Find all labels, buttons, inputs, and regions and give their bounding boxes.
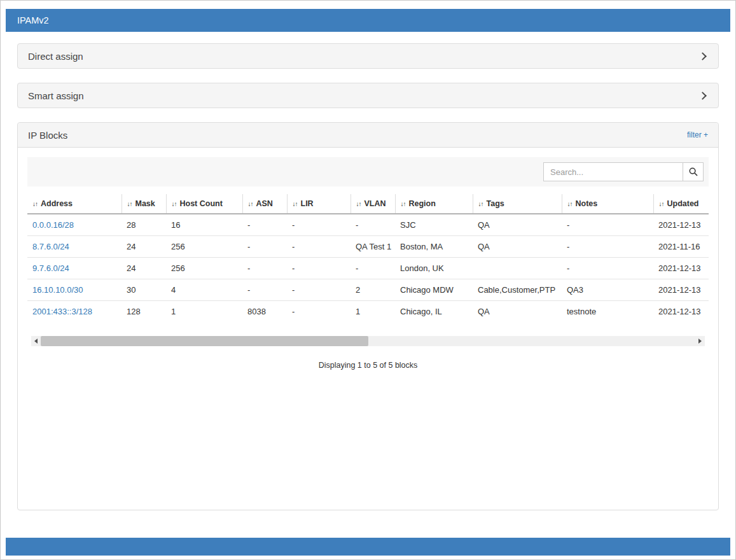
cell-notes: QA3 — [562, 279, 653, 301]
column-label: Mask — [135, 199, 155, 208]
search-button[interactable] — [683, 162, 704, 181]
cell-lir: - — [287, 214, 351, 236]
ip-blocks-title: IP Blocks — [28, 130, 67, 141]
cell-tags — [473, 258, 562, 279]
cell-lir: - — [287, 236, 351, 258]
main-container: Direct assign Smart assign IP Blocks fil… — [6, 43, 730, 524]
column-label: VLAN — [365, 199, 386, 208]
smart-assign-panel[interactable]: Smart assign — [17, 83, 719, 108]
horizontal-scrollbar[interactable] — [31, 336, 705, 346]
sort-icon: ↓↑ — [401, 200, 406, 207]
cell-asn: - — [242, 214, 287, 236]
scroll-right-arrow[interactable] — [695, 336, 705, 346]
cell-lir: - — [287, 279, 351, 301]
cell-lir: - — [287, 301, 351, 323]
column-header-asn[interactable]: ↓↑ASN — [242, 194, 287, 214]
column-header-address[interactable]: ↓↑Address — [27, 194, 122, 214]
cell-updated: 2021-12-13 — [653, 279, 709, 301]
cell-region: Boston, MA — [395, 236, 473, 258]
scroll-right-icon — [698, 339, 702, 344]
column-header-notes[interactable]: ↓↑Notes — [562, 194, 653, 214]
cell-asn: 8038 — [242, 301, 287, 323]
search-group — [543, 162, 704, 181]
sort-icon: ↓↑ — [356, 200, 361, 207]
cell-mask: 128 — [122, 301, 166, 323]
sort-icon: ↓↑ — [659, 200, 664, 207]
cell-mask: 24 — [122, 258, 166, 279]
sort-icon: ↓↑ — [32, 200, 38, 207]
table-row: 9.7.6.0/2424256---London, UK-2021-12-13 — [27, 258, 709, 279]
column-header-host-count[interactable]: ↓↑Host Count — [166, 194, 242, 214]
table-row: 16.10.10.0/30304--2Chicago MDWCable,Cust… — [27, 279, 709, 301]
cell-address: 2001:433::3/128 — [27, 301, 122, 323]
cell-tags: QA — [473, 301, 562, 323]
sort-icon: ↓↑ — [248, 200, 253, 207]
cell-notes: - — [562, 214, 653, 236]
app-footer — [6, 538, 730, 556]
sort-icon: ↓↑ — [127, 200, 132, 207]
address-link[interactable]: 16.10.10.0/30 — [32, 285, 83, 295]
chevron-right-icon — [698, 92, 707, 100]
cell-updated: 2021-12-13 — [653, 214, 709, 236]
cell-tags: QA — [473, 236, 562, 258]
ip-blocks-body: ↓↑Address↓↑Mask↓↑Host Count↓↑ASN↓↑LIR↓↑V… — [18, 148, 718, 510]
cell-updated: 2021-12-13 — [653, 301, 709, 323]
column-label: Updated — [667, 199, 699, 208]
cell-asn: - — [242, 258, 287, 279]
app-title: IPAMv2 — [17, 15, 49, 25]
cell-vlan: 2 — [351, 279, 395, 301]
scroll-left-icon — [34, 339, 38, 344]
scrollbar-track[interactable] — [41, 336, 695, 346]
sort-icon: ↓↑ — [172, 200, 177, 207]
column-label: ASN — [256, 199, 273, 208]
cell-region: London, UK — [395, 258, 473, 279]
column-label: Tags — [487, 199, 504, 208]
sort-icon: ↓↑ — [293, 200, 298, 207]
cell-address: 8.7.6.0/24 — [27, 236, 122, 258]
table-header-row: ↓↑Address↓↑Mask↓↑Host Count↓↑ASN↓↑LIR↓↑V… — [27, 194, 709, 214]
column-header-updated[interactable]: ↓↑Updated — [653, 194, 709, 214]
cell-vlan: 1 — [351, 301, 395, 323]
ip-blocks-panel: IP Blocks filter + — [17, 122, 719, 510]
column-header-region[interactable]: ↓↑Region — [395, 194, 473, 214]
cell-vlan: - — [351, 258, 395, 279]
cell-asn: - — [242, 236, 287, 258]
cell-notes: testnote — [562, 301, 653, 323]
cell-updated: 2021-12-13 — [653, 258, 709, 279]
column-header-tags[interactable]: ↓↑Tags — [473, 194, 562, 214]
cell-vlan: - — [351, 214, 395, 236]
page: IPAMv2 Direct assign Smart assign IP Blo… — [0, 0, 736, 560]
cell-region: SJC — [395, 214, 473, 236]
scroll-left-arrow[interactable] — [31, 336, 41, 346]
address-link[interactable]: 2001:433::3/128 — [32, 307, 92, 316]
cell-mask: 24 — [122, 236, 166, 258]
table-row: 2001:433::3/12812818038-1Chicago, ILQAte… — [27, 301, 709, 323]
scrollbar-thumb[interactable] — [41, 336, 368, 346]
column-header-lir[interactable]: ↓↑LIR — [287, 194, 351, 214]
table-row: 8.7.6.0/2424256--QA Test 1Boston, MAQA-2… — [27, 236, 709, 258]
cell-asn: - — [242, 279, 287, 301]
sort-icon: ↓↑ — [478, 200, 483, 207]
address-link[interactable]: 9.7.6.0/24 — [32, 263, 69, 273]
cell-host-count: 4 — [166, 279, 242, 301]
filter-toggle-link[interactable]: filter + — [687, 130, 708, 139]
column-label: Notes — [576, 199, 598, 208]
search-input[interactable] — [543, 162, 683, 181]
app-header: IPAMv2 — [6, 9, 730, 32]
column-header-vlan[interactable]: ↓↑VLAN — [351, 194, 395, 214]
cell-region: Chicago, IL — [395, 301, 473, 323]
address-link[interactable]: 0.0.0.16/28 — [32, 220, 74, 230]
ip-blocks-table: ↓↑Address↓↑Mask↓↑Host Count↓↑ASN↓↑LIR↓↑V… — [27, 194, 709, 322]
column-header-mask[interactable]: ↓↑Mask — [122, 194, 166, 214]
direct-assign-panel[interactable]: Direct assign — [17, 43, 719, 69]
cell-host-count: 256 — [166, 236, 242, 258]
column-label: Region — [409, 199, 436, 208]
cell-tags: Cable,Customer,PTP — [473, 279, 562, 301]
cell-host-count: 16 — [166, 214, 242, 236]
address-link[interactable]: 8.7.6.0/24 — [32, 242, 69, 251]
cell-notes: - — [562, 236, 653, 258]
cell-mask: 30 — [122, 279, 166, 301]
cell-updated: 2021-11-16 — [653, 236, 709, 258]
cell-tags: QA — [473, 214, 562, 236]
cell-address: 9.7.6.0/24 — [27, 258, 122, 279]
